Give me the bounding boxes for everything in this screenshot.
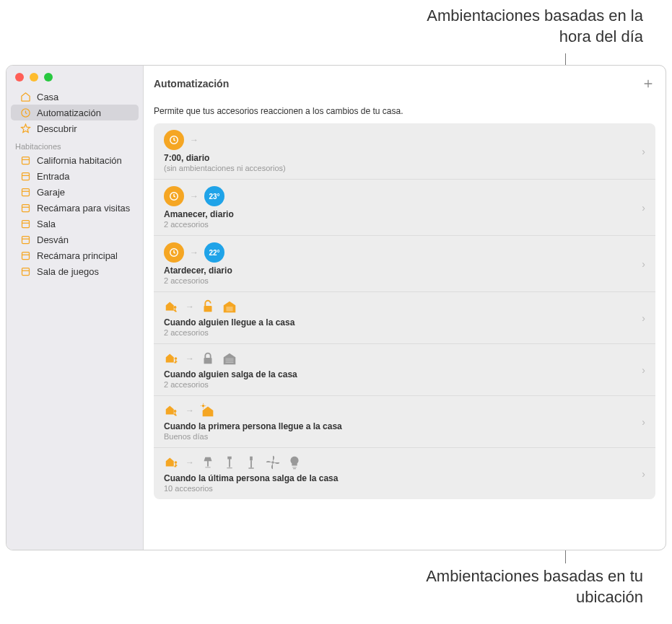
- sidebar-label: California habitación: [37, 155, 122, 166]
- clock-icon: [164, 130, 184, 150]
- sidebar-item-room[interactable]: Sala de juegos: [11, 263, 139, 279]
- chevron-right-icon: ›: [642, 258, 645, 270]
- automation-row[interactable]: →22° Atardecer, diario 2 accesorios ›: [154, 236, 655, 292]
- svg-rect-5: [22, 220, 29, 227]
- svg-point-19: [175, 461, 178, 464]
- close-button[interactable]: [15, 73, 24, 82]
- sidebar-item-room[interactable]: Garaje: [11, 184, 139, 200]
- arrow-icon: →: [190, 247, 198, 258]
- automation-row[interactable]: → Cuando alguien salga de la casa 2 acce…: [154, 344, 655, 396]
- automation-subtitle: 2 accesorios: [164, 380, 642, 389]
- svg-rect-3: [22, 188, 29, 195]
- automation-subtitle: Buenos días: [164, 432, 642, 441]
- automation-title: 7:00, diario: [164, 153, 642, 163]
- sidebar-item-room[interactable]: Recámara principal: [11, 247, 139, 263]
- sidebar-item-automatizacion[interactable]: Automatización: [11, 105, 139, 120]
- annotation-location-based: Ambientaciones basadas en tu ubicación: [398, 566, 643, 607]
- svg-rect-21: [250, 460, 252, 467]
- sidebar-item-room[interactable]: Desván: [11, 232, 139, 247]
- row-content: → 7:00, diario (sin ambientaciones ni ac…: [164, 130, 642, 172]
- temperature-icon: 22°: [204, 242, 224, 263]
- automation-subtitle: 2 accesorios: [164, 220, 642, 229]
- chevron-right-icon: ›: [642, 146, 645, 157]
- clock-icon: [164, 186, 184, 206]
- svg-rect-4: [22, 204, 29, 211]
- person-home-arrive-icon: [164, 299, 180, 315]
- arrow-icon: →: [186, 302, 194, 312]
- automation-row[interactable]: → Cuando la última persona salga de la c…: [154, 448, 655, 499]
- sidebar-item-room[interactable]: Sala: [11, 216, 139, 232]
- automation-subtitle: 10 accesorios: [164, 484, 642, 493]
- chevron-right-icon: ›: [642, 364, 645, 376]
- sidebar-item-room[interactable]: California habitación: [11, 152, 139, 168]
- temperature-icon: 23°: [204, 186, 224, 206]
- lamp2-icon: [222, 454, 237, 470]
- row-content: → Cuando la última persona salga de la c…: [164, 454, 642, 493]
- svg-point-18: [202, 405, 205, 408]
- automation-title: Amanecer, diario: [164, 209, 642, 219]
- add-automation-button[interactable]: [641, 76, 655, 91]
- sidebar-label: Desván: [37, 234, 69, 245]
- bulb-icon: [287, 454, 302, 470]
- sidebar-item-casa[interactable]: Casa: [11, 89, 139, 105]
- svg-rect-20: [250, 457, 253, 461]
- icon-row: →: [164, 299, 642, 315]
- automation-subtitle: 2 accesorios: [164, 276, 642, 285]
- automation-title: Cuando la primera persona llegue a la ca…: [164, 421, 642, 431]
- sidebar-item-room[interactable]: Recámara para visitas: [11, 200, 139, 216]
- automation-row[interactable]: → 7:00, diario (sin ambientaciones ni ac…: [154, 123, 655, 180]
- clock-icon: [164, 242, 184, 263]
- sidebar-label: Entrada: [37, 171, 70, 182]
- svg-rect-22: [248, 467, 253, 468]
- automation-title: Cuando alguien llegue a la casa: [164, 317, 642, 328]
- chevron-right-icon: ›: [642, 468, 645, 480]
- arrow-icon: →: [186, 457, 194, 467]
- arrow-icon: →: [190, 191, 198, 201]
- row-content: → Cuando alguien salga de la casa 2 acce…: [164, 351, 642, 389]
- svg-point-15: [175, 357, 178, 360]
- room-icon: [19, 202, 31, 214]
- icon-row: →: [164, 130, 642, 150]
- sidebar-label: Sala de juegos: [37, 266, 99, 277]
- page-title: Automatización: [154, 78, 229, 89]
- lamp1-icon: [200, 454, 216, 470]
- window-controls: [6, 71, 143, 89]
- automation-row[interactable]: → Cuando la primera persona llegue a la …: [154, 396, 655, 448]
- garage-icon: [222, 299, 237, 315]
- icon-row: →23°: [164, 186, 642, 206]
- sidebar-label: Automatización: [37, 107, 101, 118]
- sidebar: Casa Automatización Descubrir Habitacion…: [6, 66, 144, 550]
- person-home-arrive-icon: [164, 403, 180, 418]
- room-icon: [19, 218, 31, 229]
- svg-point-12: [174, 306, 177, 309]
- chevron-right-icon: ›: [642, 202, 645, 214]
- svg-rect-2: [22, 172, 29, 180]
- automation-row[interactable]: → Cuando alguien llegue a la casa 2 acce…: [154, 292, 655, 344]
- sidebar-item-room[interactable]: Entrada: [11, 168, 139, 184]
- automation-title: Atardecer, diario: [164, 265, 642, 276]
- svg-rect-6: [22, 236, 29, 243]
- icon-row: →22°: [164, 242, 642, 263]
- person-home-leave-icon: [164, 454, 180, 470]
- annotation-time-based: Ambientaciones basadas en la hora del dí…: [398, 6, 643, 47]
- row-content: → Cuando alguien llegue a la casa 2 acce…: [164, 299, 642, 337]
- sidebar-section-rooms: Habitaciones: [6, 136, 143, 152]
- automation-list: → 7:00, diario (sin ambientaciones ni ac…: [154, 123, 655, 499]
- page-subtitle: Permite que tus accesorios reaccionen a …: [154, 106, 655, 116]
- room-icon: [19, 186, 31, 198]
- row-content: →23° Amanecer, diario 2 accesorios: [164, 186, 642, 229]
- minimize-button[interactable]: [30, 73, 38, 82]
- svg-rect-14: [226, 307, 232, 311]
- automation-row[interactable]: →23° Amanecer, diario 2 accesorios ›: [154, 180, 655, 236]
- room-icon: [19, 234, 31, 245]
- lock-closed-icon: [200, 351, 216, 366]
- room-icon: [19, 154, 31, 166]
- sidebar-label: Recámara para visitas: [37, 203, 130, 214]
- automation-title: Cuando la última persona salga de la cas…: [164, 473, 642, 483]
- automation-subtitle: (sin ambientaciones ni accesorios): [164, 164, 642, 172]
- sidebar-item-descubrir[interactable]: Descubrir: [11, 120, 139, 136]
- maximize-button[interactable]: [44, 73, 53, 82]
- sidebar-label: Sala: [37, 219, 56, 229]
- lamp3-icon: [243, 454, 259, 470]
- star-icon: [19, 123, 31, 134]
